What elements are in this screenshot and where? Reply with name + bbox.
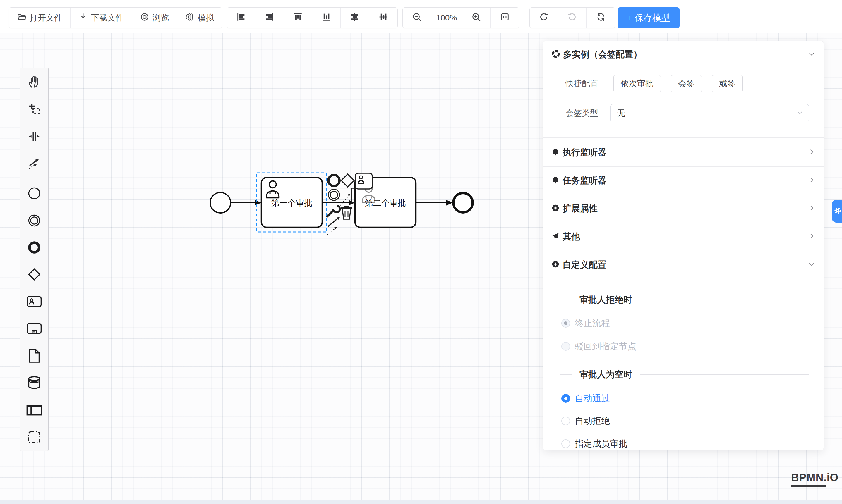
- align-right-icon: [265, 12, 275, 24]
- multi-instance-icon: [551, 50, 560, 59]
- bell-icon: [551, 176, 560, 185]
- quick-config-label: 快捷配置: [543, 78, 598, 89]
- radio-icon: [561, 439, 570, 448]
- sign-type-row: 会签类型 无: [543, 104, 815, 123]
- bpmn-designer-app: 打开文件 下载文件 浏览 模拟 100%: [0, 0, 842, 504]
- reset-icon: [596, 12, 606, 24]
- download-file-label: 下载文件: [91, 12, 124, 23]
- palette-intermediate-event[interactable]: [26, 212, 42, 229]
- open-file-button[interactable]: 打开文件: [9, 7, 71, 28]
- fit-viewport-button[interactable]: [491, 7, 519, 28]
- element-palette: [20, 68, 49, 451]
- align-left-icon: [236, 12, 246, 24]
- preview-label: 浏览: [153, 12, 169, 23]
- palette-group[interactable]: [26, 429, 42, 446]
- radio-reject-to-node[interactable]: 驳回到指定节点: [561, 340, 636, 353]
- radio-icon: [561, 342, 570, 351]
- zoom-group: 100%: [402, 7, 519, 29]
- logo-underline: [791, 485, 826, 487]
- download-file-button[interactable]: 下载文件: [71, 7, 132, 28]
- palette-gateway[interactable]: [26, 266, 42, 283]
- or-sign-button[interactable]: 或签: [712, 75, 743, 92]
- zoom-out-icon: [412, 12, 422, 24]
- plus-circle-icon: [551, 204, 560, 213]
- align-center-horizontal-button[interactable]: [341, 7, 369, 28]
- align-left-button[interactable]: [227, 7, 256, 28]
- chevron-down-icon: [796, 109, 803, 117]
- bell-icon: [551, 148, 560, 157]
- lasso-tool[interactable]: [26, 101, 42, 117]
- sign-type-value: 无: [617, 108, 625, 119]
- empty-group-heading: 审批人为空时: [543, 366, 809, 383]
- palette-participant[interactable]: [26, 402, 42, 419]
- palette-separator: [23, 177, 46, 177]
- reject-group-heading: 审批人拒绝时: [543, 292, 809, 308]
- plus-icon: +: [627, 13, 633, 22]
- palette-subprocess[interactable]: [26, 320, 42, 337]
- send-icon: [551, 232, 560, 241]
- align-center-vertical-button[interactable]: [369, 7, 398, 28]
- zoom-in-button[interactable]: [462, 7, 491, 28]
- align-bottom-button[interactable]: [312, 7, 341, 28]
- countersign-button[interactable]: 会签: [671, 75, 702, 92]
- undo-icon: [539, 12, 549, 24]
- section-other[interactable]: 其他: [543, 222, 824, 251]
- global-connect-tool[interactable]: [26, 155, 42, 172]
- file-actions-group: 打开文件 下载文件 浏览 模拟: [9, 7, 222, 29]
- space-tool[interactable]: [26, 128, 42, 144]
- bpmn-io-logo[interactable]: BPMN.iO: [791, 471, 839, 487]
- hand-tool[interactable]: [26, 74, 42, 90]
- sign-type-label: 会签类型: [543, 108, 598, 119]
- zoom-in-icon: [471, 12, 481, 24]
- align-top-icon: [293, 12, 303, 24]
- undo-button[interactable]: [530, 7, 558, 28]
- chevron-right-icon: [808, 148, 815, 157]
- radio-auto-pass[interactable]: 自动通过: [561, 392, 610, 405]
- redo-icon: [567, 12, 577, 24]
- align-top-button[interactable]: [284, 7, 312, 28]
- settings-tab[interactable]: [832, 200, 842, 222]
- panel-header[interactable]: 多实例（会签配置）: [543, 41, 824, 68]
- eye-icon: [140, 12, 149, 24]
- plus-circle-icon: [551, 260, 560, 269]
- align-center-horizontal-icon: [350, 12, 360, 24]
- radio-icon: [561, 319, 570, 328]
- radio-icon: [561, 394, 570, 403]
- palette-end-event[interactable]: [26, 239, 42, 256]
- sequential-approval-button[interactable]: 依次审批: [613, 75, 661, 92]
- chevron-down-icon: [808, 50, 815, 59]
- save-model-label: 保存模型: [635, 12, 670, 24]
- palette-data-store[interactable]: [26, 374, 42, 391]
- simulate-button[interactable]: 模拟: [177, 7, 222, 28]
- section-task-listener[interactable]: 任务监听器: [543, 166, 824, 195]
- chevron-right-icon: [808, 204, 815, 213]
- section-extended-properties[interactable]: 扩展属性: [543, 195, 824, 222]
- zoom-value: 100%: [431, 7, 462, 28]
- palette-start-event[interactable]: [26, 185, 42, 201]
- history-group: [529, 7, 615, 29]
- preview-button[interactable]: 浏览: [132, 7, 177, 28]
- palette-user-task[interactable]: [26, 293, 42, 310]
- palette-data-object[interactable]: [26, 347, 42, 364]
- open-file-label: 打开文件: [30, 12, 62, 23]
- align-center-vertical-icon: [379, 12, 388, 24]
- download-icon: [78, 12, 88, 24]
- radio-assign-member[interactable]: 指定成员审批: [561, 437, 628, 450]
- properties-panel: 多实例（会签配置） 快捷配置 依次审批 会签 或签 会签类型 无 执行监听器: [543, 41, 824, 450]
- horizontal-scrollbar[interactable]: [0, 500, 842, 504]
- radio-terminate-process[interactable]: 终止流程: [561, 317, 610, 330]
- section-execution-listener[interactable]: 执行监听器: [543, 138, 824, 166]
- chevron-right-icon: [808, 176, 815, 185]
- save-model-button[interactable]: + 保存模型: [617, 7, 680, 29]
- section-custom-config[interactable]: 自定义配置: [543, 251, 824, 279]
- panel-title: 多实例（会签配置）: [563, 49, 642, 60]
- redo-button[interactable]: [558, 7, 586, 28]
- align-right-button[interactable]: [256, 7, 284, 28]
- radio-auto-reject[interactable]: 自动拒绝: [561, 414, 610, 427]
- zoom-out-button[interactable]: [403, 7, 431, 28]
- reset-icon-button[interactable]: [586, 7, 615, 28]
- simulate-label: 模拟: [197, 12, 214, 23]
- gear-icon: [832, 206, 842, 216]
- toolbar: 打开文件 下载文件 浏览 模拟 100%: [0, 0, 842, 33]
- sign-type-select[interactable]: 无: [610, 104, 809, 122]
